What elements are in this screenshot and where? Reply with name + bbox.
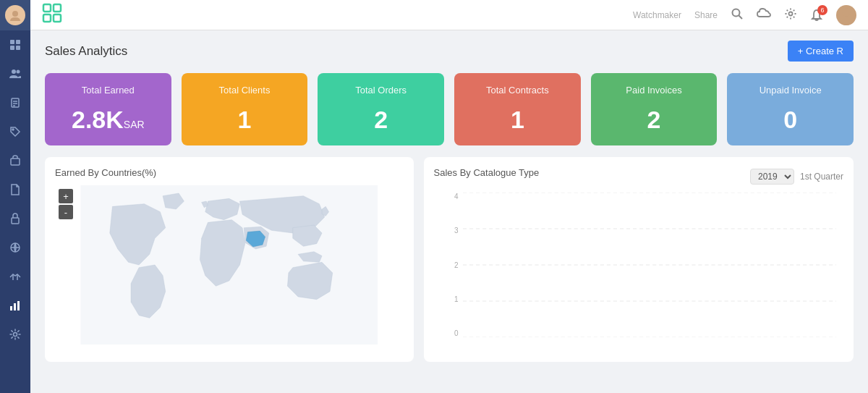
map-chart-title: Earned By Countries(%) (55, 167, 404, 178)
y-axis: 4 3 2 1 0 (434, 193, 463, 337)
cloud-icon[interactable] (757, 7, 771, 22)
stat-card-unpaid-invoice[interactable]: Unpaid Invoice 0 (727, 73, 854, 145)
svg-rect-12 (11, 159, 20, 165)
y-tick-0: 0 (454, 329, 459, 337)
svg-rect-4 (16, 46, 20, 50)
stat-label-0: Total Earned (55, 85, 161, 96)
user-avatar-top[interactable] (836, 5, 856, 25)
y-tick-3: 3 (454, 227, 459, 234)
sidebar-item-analytics[interactable] (0, 291, 30, 320)
topbar: Watchmaker Share 6 (30, 0, 868, 30)
svg-rect-2 (16, 40, 20, 44)
svg-rect-3 (10, 46, 14, 50)
svg-point-6 (17, 70, 20, 74)
main-area: Watchmaker Share 6 Sales Analytics + Cr (30, 0, 868, 393)
settings-icon[interactable] (784, 7, 797, 22)
chart-controls: 2019 1st Quarter (750, 169, 843, 185)
share-label[interactable]: Share (694, 10, 718, 20)
year-select[interactable]: 2019 (750, 169, 794, 185)
stat-label-1: Total Clients (192, 85, 298, 96)
svg-point-19 (14, 333, 17, 337)
stat-card-paid-invoices[interactable]: Paid Invoices 2 (591, 73, 718, 145)
sidebar-item-dashboard[interactable] (0, 30, 30, 59)
svg-rect-23 (54, 14, 61, 22)
svg-rect-21 (54, 4, 61, 12)
sidebar-logo[interactable] (0, 0, 30, 30)
map-container: + - (55, 185, 404, 345)
svg-rect-17 (14, 303, 16, 310)
content-area: Sales Analytics + Create R Total Earned … (30, 30, 868, 393)
svg-point-11 (12, 129, 14, 130)
stat-value-2: 2 (328, 106, 434, 134)
page-title: Sales Analytics (45, 44, 127, 59)
stat-label-2: Total Orders (328, 85, 434, 96)
bar-chart-area: No. of Orders (463, 193, 836, 337)
stat-card-total-earned[interactable]: Total Earned 2.8KSAR (45, 73, 171, 145)
svg-point-26 (789, 12, 793, 16)
sales-chart-card: Sales By Catalogue Type 2019 1st Quarter… (424, 157, 854, 362)
sidebar (0, 0, 30, 393)
app-logo[interactable] (42, 3, 62, 28)
map-chart-card: Earned By Countries(%) + - (45, 157, 414, 362)
notification-bell[interactable]: 6 (810, 9, 823, 22)
stat-card-total-clients[interactable]: Total Clients 1 (182, 73, 308, 145)
svg-rect-1 (10, 40, 14, 44)
svg-rect-20 (43, 4, 51, 12)
watchmaker-label: Watchmaker (633, 10, 681, 20)
stats-row: Total Earned 2.8KSAR Total Clients 1 Tot… (45, 73, 854, 145)
sidebar-item-globe[interactable] (0, 233, 30, 262)
sidebar-item-clipboard[interactable] (0, 88, 30, 117)
y-tick-1: 1 (454, 295, 459, 303)
map-zoom-out[interactable]: - (59, 205, 73, 219)
sidebar-item-handshake[interactable] (0, 262, 30, 291)
sidebar-item-lock[interactable] (0, 204, 30, 233)
bar-chart-svg: No. of Orders (463, 193, 836, 337)
sidebar-item-box[interactable] (0, 146, 30, 175)
user-avatar-small (5, 5, 25, 25)
sales-chart-title: Sales By Catalogue Type (434, 167, 540, 178)
stat-value-4: 2 (601, 106, 707, 134)
bar-chart-container: 4 3 2 1 0 (434, 193, 843, 352)
notification-count: 6 (817, 5, 827, 15)
svg-rect-13 (12, 218, 19, 224)
svg-line-25 (739, 16, 743, 20)
svg-point-27 (842, 8, 851, 17)
y-tick-2: 2 (454, 261, 459, 269)
map-controls: + - (59, 189, 73, 219)
svg-rect-16 (10, 306, 12, 310)
stat-value-5: 0 (737, 106, 843, 134)
world-map-svg (55, 185, 404, 345)
sidebar-item-document[interactable] (0, 175, 30, 204)
topbar-left (42, 3, 62, 28)
svg-point-5 (12, 69, 16, 74)
stat-card-total-orders[interactable]: Total Orders 2 (318, 73, 444, 145)
stat-value-1: 1 (192, 106, 298, 134)
svg-point-24 (733, 9, 740, 17)
sidebar-item-users[interactable] (0, 59, 30, 88)
topbar-right: Watchmaker Share 6 (633, 5, 856, 25)
map-zoom-in[interactable]: + (59, 189, 73, 203)
quarter-label: 1st Quarter (800, 172, 843, 182)
y-tick-4: 4 (454, 193, 459, 200)
stat-label-4: Paid Invoices (601, 85, 707, 96)
sidebar-item-settings[interactable] (0, 320, 30, 349)
sidebar-item-tag[interactable] (0, 117, 30, 146)
stat-value-0: 2.8KSAR (55, 106, 161, 134)
svg-rect-22 (43, 14, 51, 22)
stat-label-3: Total Contracts (464, 85, 571, 96)
create-button[interactable]: + Create R (788, 41, 854, 62)
stat-value-3: 1 (464, 106, 571, 134)
svg-point-0 (12, 11, 18, 17)
chart-header: Sales By Catalogue Type 2019 1st Quarter (434, 167, 843, 185)
search-icon[interactable] (731, 7, 744, 22)
stat-card-total-contracts[interactable]: Total Contracts 1 (454, 73, 581, 145)
charts-row: Earned By Countries(%) + - (45, 157, 854, 362)
page-header: Sales Analytics + Create R (45, 41, 854, 62)
stat-label-5: Unpaid Invoice (737, 85, 843, 96)
chart-inner: No. of Orders (463, 193, 836, 337)
svg-rect-18 (17, 301, 20, 310)
